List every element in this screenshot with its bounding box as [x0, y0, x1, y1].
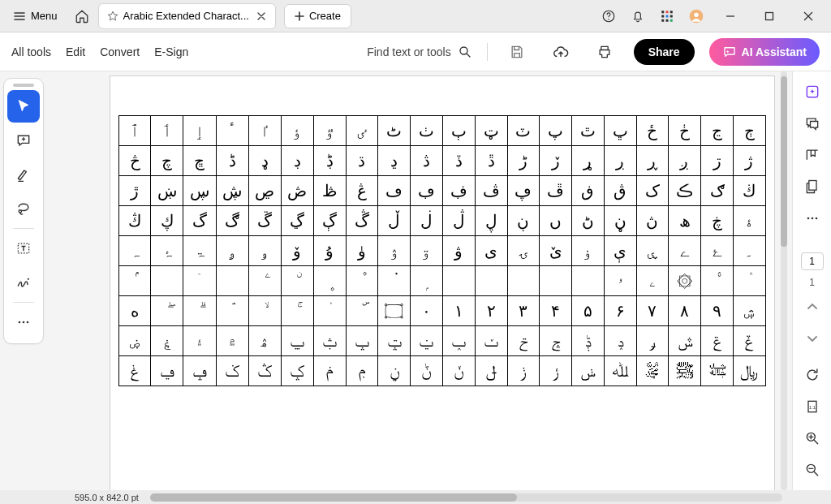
table-row: ۪ۭۢۤۧۨ۫۬ۥۦ۞۟۠	[119, 266, 766, 296]
sign-tool[interactable]	[7, 266, 40, 299]
character-cell: ں	[540, 206, 572, 236]
character-cell: ۋ	[442, 236, 475, 266]
bookmarks-panel-button[interactable]	[798, 141, 827, 168]
character-cell: ݤ	[281, 356, 313, 386]
character-cell: ݑ	[313, 326, 346, 356]
character-cell: ٴ	[216, 116, 248, 146]
character-cell: ݬ	[540, 356, 572, 386]
svg-rect-6	[666, 15, 669, 17]
character-cell	[572, 266, 605, 296]
home-icon	[75, 9, 89, 24]
more-panels-button[interactable]	[798, 205, 827, 232]
window-maximize-button[interactable]	[751, 3, 787, 29]
vertical-scrollbar[interactable]	[781, 71, 787, 490]
page-number-input[interactable]: 1	[801, 252, 824, 270]
character-cell: ڠ	[346, 176, 377, 206]
zoom-out-button[interactable]	[798, 457, 827, 484]
apps-button[interactable]	[654, 3, 680, 29]
rail-drag-handle[interactable]	[13, 84, 34, 87]
character-cell: ۰	[411, 296, 443, 326]
character-cell	[151, 266, 183, 296]
comments-panel-button[interactable]	[798, 110, 827, 136]
window-close-button[interactable]	[790, 3, 826, 29]
character-cell: ۖ	[151, 296, 183, 326]
menu-button[interactable]: Menu	[5, 6, 66, 26]
find-button[interactable]: Find text or tools	[367, 45, 472, 59]
character-cell: ۠	[733, 266, 765, 296]
notifications-button[interactable]	[625, 3, 651, 29]
character-cell: ۛ	[313, 296, 346, 326]
character-cell: ۂ	[151, 236, 183, 266]
rotate-button[interactable]	[798, 361, 827, 388]
character-cell: ێ	[540, 236, 572, 266]
character-cell: ݠ	[151, 356, 183, 386]
character-cell: ڐ	[475, 146, 507, 176]
character-cell: ڣ	[442, 176, 475, 206]
fit-width-button[interactable]: 1:1	[798, 394, 827, 420]
text-select-tool[interactable]	[7, 232, 40, 265]
home-button[interactable]	[69, 3, 95, 29]
character-cell: ھ	[669, 206, 701, 236]
page-up-button[interactable]	[798, 293, 827, 320]
horizontal-scrollbar[interactable]	[150, 493, 782, 502]
print-button[interactable]	[590, 37, 619, 67]
character-cell: ے	[669, 236, 701, 266]
share-button[interactable]: Share	[634, 39, 695, 65]
tab-close-button[interactable]	[254, 9, 269, 24]
pages-panel-button[interactable]	[798, 174, 827, 200]
draw-tool[interactable]	[7, 192, 40, 225]
select-tool[interactable]	[7, 90, 40, 123]
highlight-tool[interactable]	[7, 158, 40, 191]
horizontal-scroll-thumb[interactable]	[150, 493, 517, 502]
account-button[interactable]	[683, 3, 709, 29]
character-cell: ڳ	[313, 206, 346, 236]
tab-esign[interactable]: E-Sign	[154, 45, 188, 58]
close-icon	[257, 12, 265, 20]
page-down-button[interactable]	[798, 325, 827, 351]
vertical-scroll-thumb[interactable]	[781, 76, 787, 247]
character-cell: ڗ	[701, 146, 734, 176]
avatar-icon	[688, 8, 704, 24]
character-cell: پ	[540, 116, 572, 146]
character-cell: ڙ	[119, 176, 151, 206]
rail-separator	[13, 302, 34, 303]
document-tab[interactable]: Arabic Extended Charact...	[98, 3, 276, 29]
find-label: Find text or tools	[367, 45, 451, 58]
svg-rect-13	[766, 12, 773, 19]
help-icon	[601, 9, 616, 24]
svg-point-14	[460, 47, 467, 54]
character-cell: ڶ	[411, 206, 443, 236]
character-cell: ڮ	[151, 206, 183, 236]
zoom-in-button[interactable]	[798, 425, 827, 452]
page-canvas: ٱٲٳٴٵٶٷٸٹٺٻټٽپٿڀځڂڃڄڅچڇڈډڊڋڌڍڎڏڐڑڒړڔڕږڗژ…	[110, 76, 774, 490]
ai-assistant-button[interactable]: AI Assistant	[709, 38, 820, 66]
tab-edit[interactable]: Edit	[66, 45, 85, 58]
character-cell: ٵ	[248, 116, 281, 146]
save-button[interactable]	[502, 37, 532, 67]
character-cell: ۦ	[636, 266, 669, 296]
document-scroll[interactable]: ٱٲٳٴٵٶٷٸٹٺٻټٽپٿڀځڂڃڄڅچڇڈډڊڋڌڍڎڏڐڑڒړڔڕږڗژ…	[47, 71, 792, 490]
window-minimize-button[interactable]	[713, 3, 748, 29]
ai-panel-button[interactable]	[798, 78, 827, 105]
cloud-upload-button[interactable]	[546, 37, 575, 67]
character-cell: ۬	[378, 266, 411, 296]
tab-all-tools[interactable]: All tools	[11, 45, 51, 58]
character-cell: ﷺ	[669, 356, 701, 386]
create-button[interactable]: Create	[284, 4, 351, 28]
tab-convert[interactable]: Convert	[100, 45, 140, 58]
character-cell: ڏ	[442, 146, 475, 176]
help-button[interactable]	[596, 3, 622, 29]
table-row: ۻۼ۽۾ۿݐݑݒݓݔݕݖݗݘݙݚݛݜݝݞ	[119, 326, 766, 356]
character-cell: ڢ	[411, 176, 443, 206]
ellipsis-icon	[15, 314, 32, 330]
character-cell: ۜ	[346, 296, 377, 326]
current-page: 1	[809, 256, 815, 267]
menu-label: Menu	[31, 10, 58, 22]
character-cell: ڲ	[281, 206, 313, 236]
comment-tool[interactable]	[7, 124, 40, 157]
character-cell: گ	[183, 206, 216, 236]
character-cell: ݛ	[636, 326, 669, 356]
more-tools[interactable]	[7, 306, 40, 338]
character-cell: ڻ	[572, 206, 605, 236]
character-cell: ۗ	[183, 296, 216, 326]
